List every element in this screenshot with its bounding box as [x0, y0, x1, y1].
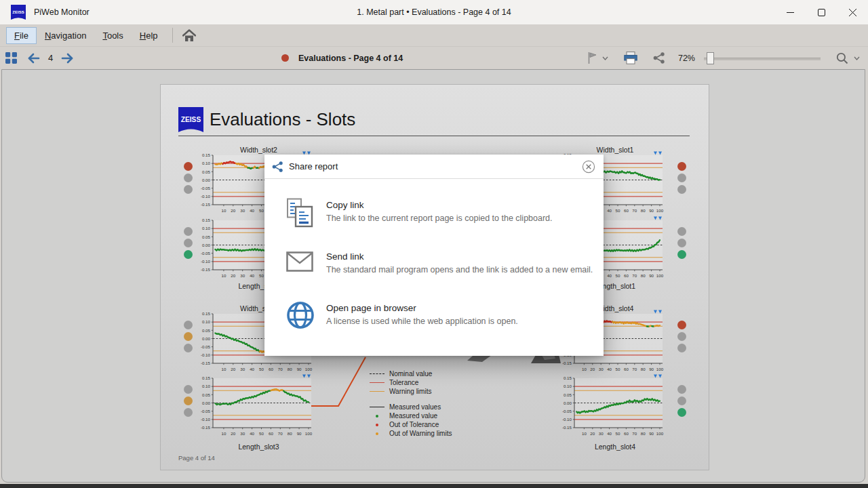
svg-text:30: 30 — [240, 367, 245, 371]
status-dot-gray — [677, 385, 686, 394]
svg-text:30: 30 — [240, 431, 245, 436]
svg-text:40: 40 — [607, 367, 612, 371]
svg-text:-0.15: -0.15 — [201, 361, 211, 365]
magnifier-icon[interactable] — [836, 52, 848, 64]
menu-navigation[interactable]: Navigation — [37, 28, 94, 43]
zoom-slider[interactable] — [704, 52, 821, 64]
svg-text:50: 50 — [259, 367, 264, 371]
svg-text:10: 10 — [221, 273, 226, 278]
svg-text:60: 60 — [269, 367, 273, 371]
svg-text:0.05: 0.05 — [202, 169, 211, 174]
menu-help[interactable]: Help — [132, 28, 165, 43]
svg-text:20: 20 — [231, 367, 235, 371]
app-title: PiWeb Monitor — [34, 7, 90, 17]
svg-text:40: 40 — [250, 431, 254, 436]
copy-icon — [286, 198, 315, 228]
maximize-button[interactable] — [806, 0, 837, 24]
svg-text:100: 100 — [656, 431, 664, 436]
page-number[interactable]: 4 — [48, 53, 53, 63]
svg-text:0.05: 0.05 — [202, 235, 211, 239]
svg-text:10: 10 — [221, 367, 226, 371]
status-dot-gray — [184, 227, 193, 236]
flag-chevron-down-icon[interactable] — [602, 56, 608, 60]
magnifier-chevron-down-icon[interactable] — [854, 56, 860, 60]
status-dot-green — [677, 250, 686, 259]
menu-separator — [172, 28, 173, 43]
zoom-value: 72% — [678, 54, 695, 63]
svg-text:ZEISS: ZEISS — [12, 10, 24, 14]
minimize-button[interactable] — [774, 0, 806, 24]
svg-text:50: 50 — [616, 431, 620, 436]
copy-link-desc: The link to the current report page is c… — [326, 214, 553, 223]
next-page-icon[interactable] — [61, 53, 75, 64]
home-icon — [182, 29, 196, 42]
open-in-browser-title: Open page in browser — [326, 303, 416, 313]
menu-tools[interactable]: Tools — [95, 28, 130, 43]
svg-text:80: 80 — [288, 431, 292, 436]
svg-text:100: 100 — [656, 208, 664, 213]
svg-text:100: 100 — [656, 367, 664, 371]
print-icon[interactable] — [624, 52, 637, 64]
svg-text:30: 30 — [599, 367, 604, 371]
dialog-close-button[interactable] — [582, 160, 595, 174]
status-dot-gray — [184, 185, 193, 194]
svg-text:-0.15: -0.15 — [562, 361, 572, 365]
status-dot-gray — [677, 185, 686, 194]
svg-text:80: 80 — [641, 367, 646, 371]
svg-text:50: 50 — [259, 431, 264, 436]
status-dot-gray — [677, 396, 686, 405]
svg-text:40: 40 — [250, 367, 254, 371]
chart-Length_slot4: 0.150.100.050.00-0.05-0.10-0.15102030405… — [553, 374, 671, 439]
send-link-option[interactable]: Send link The standard mail program open… — [264, 249, 604, 287]
status-dot-gray — [677, 332, 686, 341]
window-bottom-edge — [0, 484, 868, 488]
status-dot-gray — [184, 385, 193, 394]
status-dot-orange — [184, 396, 193, 405]
share-report-dialog: Share report Copy link The link to the c… — [264, 155, 604, 356]
svg-text:80: 80 — [288, 367, 292, 371]
chart-legend: Nominal value Tolerance Warning limits M… — [370, 369, 452, 438]
out-of-tolerance-dot-swatch — [376, 424, 378, 426]
home-button[interactable] — [180, 26, 199, 44]
svg-text:40: 40 — [250, 208, 254, 213]
copy-link-title: Copy link — [326, 200, 364, 210]
svg-text:60: 60 — [624, 367, 629, 371]
page-status-label: Evaluations - Page 4 of 14 — [298, 54, 403, 63]
menu-file[interactable]: File — [7, 28, 36, 43]
status-dot-gray — [184, 408, 193, 417]
svg-text:-0.05: -0.05 — [201, 409, 211, 413]
share-icon[interactable] — [653, 52, 665, 64]
svg-text:90: 90 — [297, 367, 302, 371]
svg-text:0.10: 0.10 — [202, 319, 211, 324]
svg-text:60: 60 — [624, 273, 629, 278]
svg-text:100: 100 — [305, 367, 313, 371]
svg-text:0.10: 0.10 — [202, 226, 211, 230]
svg-text:-0.05: -0.05 — [562, 409, 572, 413]
copy-link-option[interactable]: Copy link The link to the current report… — [264, 198, 604, 236]
svg-text:50: 50 — [259, 208, 264, 213]
svg-text:40: 40 — [607, 208, 612, 213]
svg-text:70: 70 — [278, 431, 283, 436]
legend-label: Nominal value — [389, 370, 432, 378]
svg-text:0.10: 0.10 — [564, 384, 572, 388]
flag-icon[interactable] — [588, 52, 597, 64]
chart-marker-icon — [658, 375, 662, 378]
svg-text:-0.10: -0.10 — [201, 259, 211, 264]
previous-page-icon[interactable] — [26, 53, 40, 64]
close-button[interactable] — [837, 0, 868, 24]
status-dot-gray — [184, 321, 193, 329]
svg-text:20: 20 — [231, 431, 235, 436]
legend-label: Measured values — [389, 403, 441, 411]
page-overview-icon[interactable] — [5, 52, 17, 64]
zoom-slider-track[interactable] — [704, 58, 821, 60]
page-footer: Page 4 of 14 — [178, 454, 215, 462]
status-dot-orange — [184, 332, 193, 341]
open-in-browser-option[interactable]: Open page in browser A license is used w… — [264, 301, 604, 339]
chart-marker-icon — [307, 375, 311, 378]
svg-text:-0.05: -0.05 — [201, 344, 211, 349]
status-dot-gray — [677, 239, 686, 247]
out-of-warning-dot-swatch — [376, 432, 378, 435]
zoom-slider-handle[interactable] — [707, 52, 714, 64]
svg-text:40: 40 — [607, 431, 612, 436]
svg-text:20: 20 — [231, 208, 235, 213]
